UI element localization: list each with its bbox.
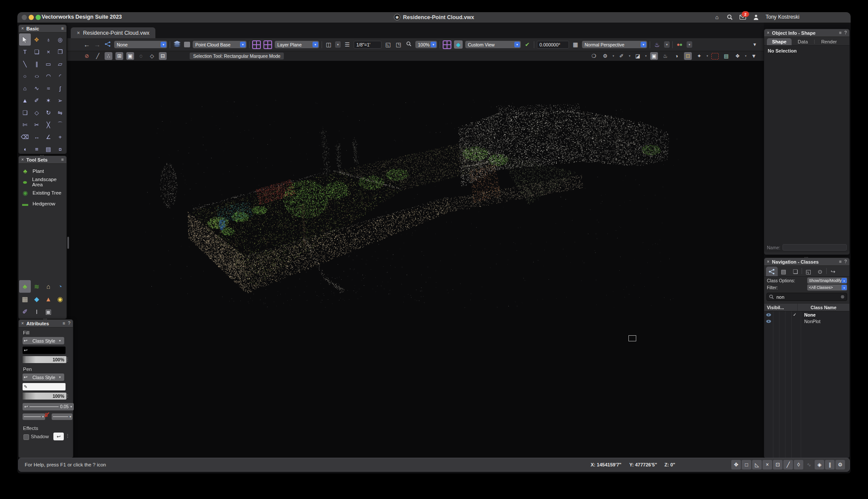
visibility-eye-icon[interactable] — [766, 319, 771, 324]
snapping-settings-icon[interactable]: ⚙ — [601, 52, 609, 60]
line-tool[interactable]: ╲ — [19, 58, 31, 70]
visibility-eye-icon[interactable] — [766, 312, 771, 317]
fill-mode-icon-menu[interactable]: ▾ — [645, 54, 647, 58]
lighting-options-icon[interactable]: ✦ — [695, 52, 703, 60]
back-icon[interactable]: ← — [83, 41, 91, 48]
wand-tool[interactable]: ✶ — [43, 94, 54, 106]
planting-tools-icon[interactable]: ♣ — [19, 280, 31, 293]
selection-tool[interactable] — [19, 33, 31, 46]
landmark-tools-icon[interactable]: ≋ — [31, 280, 43, 293]
class-search-input[interactable] — [776, 294, 829, 300]
palette-drag-handle[interactable]: ⋯ — [804, 255, 809, 260]
polygon-tool[interactable]: ⌂ — [19, 82, 31, 94]
rectangular-marquee-mode-icon[interactable]: ▣ — [126, 52, 134, 60]
close-palette-icon[interactable]: × — [21, 321, 24, 326]
site-planning-tools-icon[interactable]: ▦ — [19, 293, 31, 305]
line-end-marker-disabled-icon[interactable]: 8 — [45, 412, 48, 418]
close-palette-icon[interactable]: × — [767, 259, 769, 264]
forward-icon[interactable]: → — [93, 41, 101, 48]
trim-tool[interactable]: ✂ — [31, 119, 43, 131]
render-teapot-icon[interactable]: ♨ — [661, 52, 669, 60]
toolset-plant[interactable]: ♣Plant — [21, 165, 66, 176]
arc-tool[interactable]: ◠ — [43, 70, 54, 82]
lighting-menu[interactable]: ▾ — [687, 41, 692, 48]
pan-tool[interactable]: ✥ — [31, 33, 43, 46]
search-icon[interactable] — [727, 13, 733, 20]
user-name[interactable]: Tony Kostreski — [766, 14, 799, 20]
view-select[interactable]: Custom View▾ — [465, 41, 521, 48]
active-working-plane-icon[interactable]: ◆ — [454, 40, 463, 49]
visibility-column-header[interactable]: Visibil... — [764, 305, 797, 310]
fillet-tool[interactable]: ⌒ — [54, 119, 66, 131]
render-style-icon[interactable]: ♨ — [653, 40, 661, 49]
layers-icon[interactable] — [173, 41, 181, 48]
single-point-mode-icon[interactable]: ╱ — [94, 52, 102, 60]
oval-tool[interactable]: ○ — [31, 70, 43, 82]
class-options-select[interactable]: Show/Snap/Modify O...▾ — [807, 278, 847, 284]
tab-render[interactable]: Render — [816, 38, 842, 45]
render-style-menu[interactable]: ▾ — [664, 41, 670, 48]
reshape-tool[interactable]: ◇ — [31, 106, 43, 119]
saved-views-icon[interactable] — [104, 41, 112, 48]
close-palette-icon[interactable]: × — [767, 30, 769, 35]
line-weight-select[interactable]: ↩0.05▾ — [23, 403, 74, 410]
tab-data[interactable]: Data — [792, 38, 813, 45]
detailing-tools-icon[interactable]: I — [31, 305, 43, 318]
zoom-select[interactable]: 100%▾ — [415, 41, 437, 48]
drawing-canvas-point-cloud[interactable] — [67, 61, 764, 457]
dims-notes-tools-icon[interactable]: ✐ — [19, 305, 31, 318]
close-palette-icon[interactable]: × — [21, 26, 24, 31]
class-name-column-header[interactable]: Class Name — [798, 305, 849, 310]
rotation-angle-field[interactable]: 0.000000° — [537, 41, 569, 49]
shadow-by-class-button[interactable]: ↩ — [53, 433, 64, 440]
snapping-settings-icon-menu[interactable]: ▾ — [612, 54, 614, 58]
pen-opacity-menu-icon[interactable]: ⋮ — [66, 393, 70, 398]
class-visibility-menu[interactable]: ▾ — [335, 41, 341, 48]
shadow-checkbox[interactable] — [23, 434, 29, 440]
toolset-hedgerow[interactable]: ▬Hedgerow — [21, 198, 66, 209]
reference-grid-icon[interactable]: ▦ — [572, 41, 579, 48]
palette-menu-icon[interactable]: ≡ — [61, 26, 64, 31]
object-visibility-icon[interactable]: ⊡ — [684, 52, 692, 60]
document-tab[interactable]: × Residence-Point Cloud.vwx — [71, 27, 155, 38]
object-handle-mode-icon[interactable]: ⊞ — [115, 52, 123, 60]
nav-tab-classes[interactable] — [766, 267, 778, 276]
layer-options-icon[interactable] — [263, 40, 272, 49]
building-shell-tools-icon[interactable]: ⌂ — [43, 280, 54, 293]
saved-view-select[interactable]: None▾ — [114, 41, 167, 48]
name-field[interactable] — [783, 244, 847, 251]
geo-locate-tools-icon[interactable]: ◔ — [54, 280, 66, 293]
move-tool[interactable]: ➢ — [54, 94, 66, 106]
layer-scale-field[interactable]: 1/8"=1' — [354, 41, 381, 49]
multi-view-icon-menu[interactable]: ▾ — [745, 54, 746, 58]
visualization-tools-icon[interactable]: ◉ — [54, 293, 66, 305]
tab-shape[interactable]: Shape — [767, 38, 792, 45]
nav-tab-references[interactable]: ↪ — [827, 267, 839, 276]
palette-drag-handle[interactable]: ⋯ — [43, 317, 49, 321]
split-tool[interactable]: ╳ — [43, 119, 54, 131]
mirror-tool[interactable]: ⇋ — [54, 106, 66, 119]
double-line-tool[interactable]: ∥ — [31, 58, 43, 70]
palette-drag-handle[interactable]: ⋯ — [40, 153, 45, 158]
triangle-tool[interactable]: ▲ — [19, 94, 31, 106]
palette-help-icon[interactable]: ? — [844, 30, 847, 35]
palette-menu-icon[interactable]: ≡ — [839, 259, 842, 264]
attribute-loupe-icon[interactable]: ❍ — [590, 52, 598, 60]
basic-palette-header[interactable]: × Basic ≡ — [19, 25, 66, 33]
shadow-menu-icon[interactable]: ⋮ — [66, 433, 70, 438]
projection-select[interactable]: Normal Perspective▾ — [582, 41, 647, 48]
line-marker-select[interactable]: ▾ — [52, 413, 72, 420]
snap-to-intersection-button[interactable]: × — [763, 460, 772, 469]
nav-tab-viewports[interactable]: ◱ — [802, 267, 814, 276]
canvas-scroll-handle[interactable] — [67, 237, 69, 249]
multiple-view-panes-icon[interactable] — [443, 40, 451, 49]
zoom-tool[interactable]: ◎ — [54, 33, 66, 46]
multiple-point-mode-icon[interactable]: ∴ — [105, 52, 112, 60]
spray-tool[interactable]: ✐ — [31, 94, 43, 106]
contrast-icon[interactable]: ◑ — [673, 52, 681, 60]
circle-tool[interactable]: ○ — [19, 70, 31, 82]
polyline-tool[interactable]: ∿ — [31, 82, 43, 94]
callout-tool[interactable]: ❏ — [31, 46, 43, 58]
close-window-button[interactable] — [22, 15, 27, 20]
nav-tab-saved-views[interactable]: ⊙ — [814, 267, 826, 276]
